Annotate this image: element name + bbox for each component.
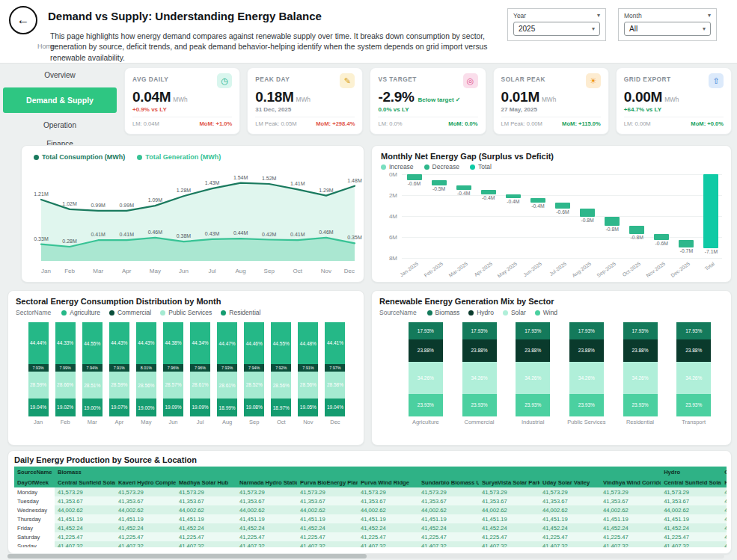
waterfall-bar-mar-2025[interactable] — [456, 185, 471, 190]
segment-commercial[interactable]: 7.93% — [217, 364, 237, 372]
waterfall-bar-jun-2025[interactable] — [530, 198, 545, 203]
column-header-purva-bioenergy-plant[interactable]: Purva BioEnergy Plant — [297, 477, 358, 487]
segment-public-services[interactable]: 28.57% — [163, 372, 183, 399]
segment-public-services[interactable]: 28.59% — [109, 372, 129, 399]
chevron-down-icon[interactable]: ▾ — [708, 13, 711, 19]
segment-biomass[interactable]: 17.93% — [569, 322, 604, 339]
segment-commercial[interactable]: 7.91% — [109, 364, 129, 372]
segment-residential[interactable]: 19.09% — [163, 399, 183, 416]
segment-wind[interactable]: 23.93% — [623, 394, 658, 416]
segment-commercial[interactable]: 8.01% — [136, 364, 156, 372]
waterfall-bar-feb-2025[interactable] — [432, 180, 447, 185]
segment-residential[interactable]: 19.00% — [136, 399, 156, 416]
legend-item-wind[interactable]: Wind — [535, 309, 557, 316]
segment-wind[interactable]: 23.93% — [462, 394, 497, 416]
segment-agriculture[interactable]: 44.55% — [271, 322, 291, 364]
segment-agriculture[interactable]: 44.38% — [163, 322, 183, 364]
segment-biomass[interactable]: 17.93% — [516, 322, 550, 339]
source-name-corner-header[interactable]: SourceName — [14, 467, 55, 477]
segment-commercial[interactable]: 7.93% — [28, 364, 49, 372]
waterfall-bar-dec-2025[interactable] — [679, 240, 694, 247]
segment-solar[interactable]: 34.26% — [623, 362, 658, 394]
segment-residential[interactable]: 19.08% — [244, 399, 264, 416]
group-header-biomass[interactable]: Biomass — [55, 467, 661, 477]
legend-item-public-services[interactable]: Public Services — [160, 309, 212, 316]
segment-hydro[interactable]: 23.88% — [516, 339, 550, 362]
column-header-madhya-solar-hub[interactable]: Madhya Solar Hub — [176, 477, 236, 487]
column-header-central-sunfield-solar-farm[interactable]: Central Sunfield Solar Farm — [55, 477, 115, 487]
column-header-suryavista-solar-park[interactable]: SuryaVista Solar Park — [479, 477, 539, 487]
waterfall-bar-may-2025[interactable] — [506, 194, 521, 199]
segment-residential[interactable]: 19.04% — [28, 399, 49, 416]
segment-agriculture[interactable]: 44.34% — [190, 322, 210, 364]
segment-hydro[interactable]: 23.88% — [676, 339, 711, 362]
sidebar-item-demand-supply[interactable]: Demand & Supply — [3, 87, 117, 113]
segment-public-services[interactable]: 28.56% — [271, 372, 291, 399]
segment-public-services[interactable]: 28.56% — [136, 372, 156, 399]
segment-agriculture[interactable]: 44.43% — [109, 322, 129, 364]
horizontal-scrollbar-thumb[interactable] — [7, 554, 367, 559]
segment-residential[interactable]: 19.05% — [298, 399, 318, 416]
sidebar-item-overview[interactable]: Overview — [0, 66, 120, 84]
segment-residential[interactable]: 18.99% — [217, 399, 237, 416]
segment-public-services[interactable]: 28.59% — [28, 372, 49, 399]
legend-item-increase[interactable]: Increase — [381, 163, 414, 170]
segment-residential[interactable]: 18.97% — [271, 399, 291, 416]
segment-public-services[interactable]: 28.61% — [217, 372, 237, 399]
waterfall-bar-total[interactable] — [703, 174, 718, 248]
legend-item-agriculture[interactable]: Agriculture — [61, 309, 100, 316]
segment-public-services[interactable]: 28.61% — [190, 372, 210, 399]
segment-hydro[interactable]: 23.88% — [623, 339, 658, 362]
segment-agriculture[interactable]: 44.43% — [136, 322, 156, 364]
segment-commercial[interactable]: 7.99% — [55, 364, 76, 372]
segment-solar[interactable]: 34.26% — [516, 362, 550, 394]
segment-residential[interactable]: 19.07% — [109, 399, 129, 416]
waterfall-bar-aug-2025[interactable] — [580, 209, 595, 217]
segment-biomass[interactable]: 17.93% — [623, 322, 658, 339]
legend-item-biomass[interactable]: Biomass — [427, 309, 460, 316]
segment-biomass[interactable]: 17.93% — [409, 322, 443, 339]
segment-hydro[interactable]: 23.88% — [462, 339, 497, 362]
segment-commercial[interactable]: 7.91% — [298, 364, 318, 372]
legend-item-total[interactable]: Total — [470, 163, 492, 170]
segment-public-services[interactable]: 28.56% — [298, 372, 318, 399]
waterfall-bar-nov-2025[interactable] — [654, 234, 669, 240]
segment-wind[interactable]: 23.93% — [676, 394, 711, 416]
segment-agriculture[interactable]: 44.48% — [298, 322, 318, 364]
group-header-co[interactable]: Co — [721, 467, 727, 477]
segment-hydro[interactable]: 23.88% — [569, 339, 604, 362]
column-header-uday-solar-valley[interactable]: Uday Solar Valley — [539, 477, 600, 487]
segment-solar[interactable]: 34.26% — [409, 362, 443, 394]
column-header-purva-wind-ridge[interactable]: Purva Wind Ridge — [358, 477, 418, 487]
segment-agriculture[interactable]: 44.46% — [244, 322, 264, 364]
waterfall-bar-sep-2025[interactable] — [605, 217, 620, 225]
legend-item-residential[interactable]: Residential — [221, 309, 260, 316]
filter-dropdown-month[interactable]: All▾ — [624, 22, 711, 36]
segment-solar[interactable]: 34.26% — [676, 362, 711, 394]
horizontal-scrollbar-track[interactable] — [7, 554, 724, 559]
legend-item-hydro[interactable]: Hydro — [468, 309, 494, 316]
segment-residential[interactable]: 19.00% — [82, 399, 103, 416]
segment-agriculture[interactable]: 44.33% — [55, 322, 76, 364]
legend-item-solar[interactable]: Solar — [503, 309, 526, 316]
segment-residential[interactable]: 19.04% — [325, 399, 345, 416]
segment-wind[interactable]: 23.93% — [409, 394, 443, 416]
day-of-week-corner-header[interactable]: DayOfWeek — [14, 477, 55, 487]
segment-agriculture[interactable]: 44.44% — [28, 322, 49, 364]
legend-item-total-generation-mwh[interactable]: Total Generation (MWh) — [137, 153, 221, 161]
column-header-kaveri-hydro-complex[interactable]: Kaveri Hydro Complex — [115, 477, 176, 487]
chevron-down-icon[interactable]: ▾ — [597, 13, 600, 19]
legend-item-decrease[interactable]: Decrease — [424, 163, 459, 170]
segment-solar[interactable]: 34.26% — [462, 362, 497, 394]
column-header-kaveri-hydro-complex[interactable]: Kaveri Hydro Complex — [721, 477, 727, 487]
column-header-sundarbio-biomass-unit[interactable]: Sundarbio Biomass Unit — [418, 477, 479, 487]
segment-commercial[interactable]: 7.97% — [325, 364, 345, 372]
segment-commercial[interactable]: 7.96% — [163, 364, 183, 372]
column-header-vindhya-wind-corridor[interactable]: Vindhya Wind Corridor — [600, 477, 661, 487]
column-header-narmada-hydro-station[interactable]: Narmada Hydro Station — [236, 477, 297, 487]
legend-item-total-consumption-mwh[interactable]: Total Consumption (MWh) — [34, 153, 125, 161]
segment-commercial[interactable]: 7.94% — [82, 364, 103, 372]
legend-item-commercial[interactable]: Commercial — [109, 309, 151, 316]
column-header-central-sunfield-solar-farm[interactable]: Central Sunfield Solar Farm — [661, 477, 721, 487]
segment-biomass[interactable]: 17.93% — [462, 322, 497, 339]
